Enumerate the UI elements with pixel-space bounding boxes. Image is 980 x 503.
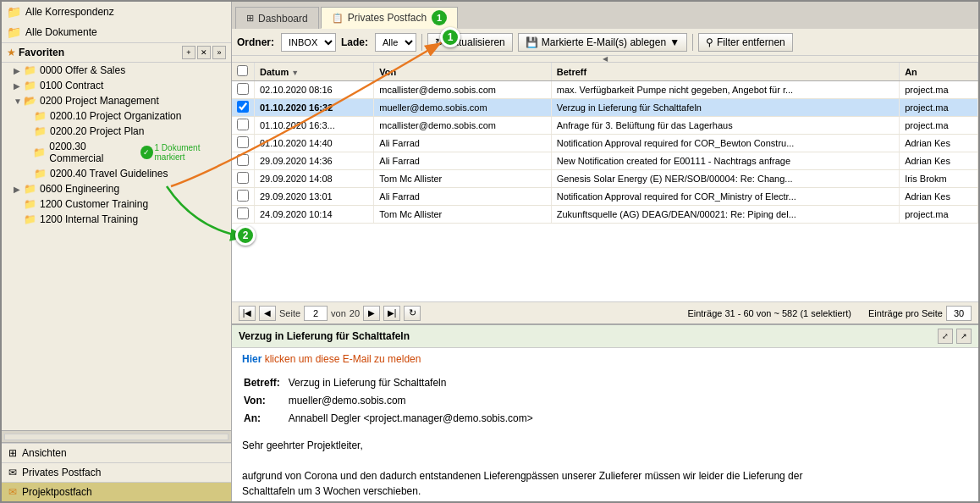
next-page-button[interactable]: ▶ (363, 306, 380, 321)
ordner-label: Ordner: (237, 36, 274, 48)
row-checkbox[interactable] (237, 172, 249, 184)
lade-select[interactable]: Alle (375, 33, 416, 52)
sidebar-item-0600[interactable]: ▶ 📁 0600 Engineering (2, 181, 231, 196)
sidebar-item-label: 0200.10 Project Organization (50, 110, 181, 122)
reload-page-button[interactable]: ↻ (404, 306, 421, 321)
main-content: ⊞ Dashboard 📋 Privates Postfach 1 Ordner… (232, 2, 978, 501)
grid-icon: ⊞ (8, 447, 17, 459)
row-checkbox-cell[interactable] (232, 206, 255, 224)
betreff-value: Verzug in Lieferung für Schalttafeln (289, 375, 533, 391)
collapse-bar[interactable]: ◀ (232, 56, 978, 63)
select-all-checkbox[interactable] (237, 65, 248, 76)
sidebar-item-0200-10[interactable]: ▶ 📁 0200.10 Project Organization (2, 108, 231, 124)
envelope-icon: ✉ (8, 486, 17, 498)
row-checkbox[interactable] (237, 136, 249, 148)
sidebar-item-alle-korrespondenz[interactable]: 📁 Alle Korrespondenz (2, 2, 231, 22)
sidebar-item-privates-postfach[interactable]: ✉ Privates Postfach (2, 462, 231, 482)
sidebar-item-label: 0100 Contract (40, 80, 103, 91)
row-betreff: Notification Approval required for COR_M… (551, 188, 899, 206)
prev-page-button[interactable]: ◀ (259, 306, 276, 321)
favorites-remove-button[interactable]: ✕ (197, 46, 211, 59)
col-header-datum[interactable]: Datum ▼ (255, 63, 374, 81)
row-checkbox-cell[interactable] (232, 152, 255, 170)
sidebar-item-0200-40[interactable]: ▶ 📁 0200.40 Travel Guidelines (2, 166, 231, 181)
table-row[interactable]: 29.09.2020 14:36 Ali Farrad New Notifica… (232, 152, 978, 170)
table-row[interactable]: 29.09.2020 13:01 Ali Farrad Notification… (232, 188, 978, 206)
row-betreff: New Notification created for E00111 - Na… (551, 152, 899, 170)
table-row[interactable]: 29.09.2020 14:08 Tom Mc Allister Genesis… (232, 170, 978, 188)
row-checkbox-cell[interactable] (232, 170, 255, 188)
sidebar-item-0200[interactable]: ▼ 📂 0200 Project Management (2, 93, 231, 108)
tab-badge: 1 (432, 10, 447, 25)
sidebar-item-ansichten[interactable]: ⊞ Ansichten (2, 443, 231, 462)
row-checkbox-cell[interactable] (232, 117, 255, 135)
row-datum: 29.09.2020 13:01 (255, 188, 374, 206)
body-line-4: Schalttafeln um 3 Wochen verschieben. (242, 484, 968, 499)
sidebar-item-0200-30[interactable]: ▶ 📁 0200.30 Commercial ✓ 1 Dokument mark… (2, 139, 231, 166)
bottom-nav-label: Ansichten (22, 447, 67, 459)
row-checkbox-cell[interactable] (232, 99, 255, 117)
folder-closed-icon: 📁 (24, 198, 36, 210)
first-page-button[interactable]: |◀ (239, 306, 256, 321)
email-preview-panel: Verzug in Lieferung für Schalttafeln ⤢ ↗… (232, 323, 978, 501)
col-header-betreff[interactable]: Betreff (551, 63, 899, 81)
email-table-wrapper: Datum ▼ Von Betreff An 02.10.2020 08:16 … (232, 63, 978, 301)
row-von: mcallister@demo.sobis.com (374, 117, 551, 135)
row-checkbox-cell[interactable] (232, 135, 255, 152)
tab-dashboard[interactable]: ⊞ Dashboard (235, 7, 319, 29)
page-number-input[interactable] (304, 306, 328, 321)
button-label: Markierte E-Mail(s) ablegen (542, 36, 666, 48)
alert-link-hier[interactable]: Hier (242, 353, 262, 365)
row-checkbox-cell[interactable] (232, 81, 255, 99)
sidebar-item-0000[interactable]: ▶ 📁 0000 Offer & Sales (2, 63, 231, 78)
table-row[interactable]: 02.10.2020 08:16 mcallister@demo.sobis.c… (232, 81, 978, 99)
row-checkbox[interactable] (237, 190, 249, 202)
folder-icon: 📁 (7, 25, 21, 39)
row-datum: 24.09.2020 10:14 (255, 206, 374, 224)
sidebar-item-0100[interactable]: ▶ 📁 0100 Contract (2, 78, 231, 93)
col-header-an[interactable]: An (900, 63, 978, 81)
row-checkbox[interactable] (237, 154, 249, 166)
folder-closed-icon: 📁 (34, 125, 47, 137)
row-checkbox[interactable] (237, 83, 249, 95)
folder-closed-icon: 📁 (33, 146, 46, 158)
ordner-select[interactable]: INBOX (281, 33, 336, 52)
table-row[interactable]: 24.09.2020 10:14 Tom Mc Allister Zukunft… (232, 206, 978, 224)
sidebar-item-0200-20[interactable]: ▶ 📁 0200.20 Project Plan (2, 124, 231, 139)
row-checkbox[interactable] (237, 101, 249, 113)
tab-privates-postfach[interactable]: 📋 Privates Postfach 1 (321, 7, 458, 29)
folder-closed-icon: 📁 (24, 183, 36, 195)
sidebar-item-1200-customer[interactable]: ▶ 📁 1200 Customer Training (2, 196, 231, 212)
entries-per-page-input[interactable] (946, 306, 972, 321)
sidebar-item-label: Alle Korrespondenz (25, 6, 114, 18)
last-page-button[interactable]: ▶| (383, 306, 400, 321)
aktualisieren-button[interactable]: ↻ Aktualisieren (427, 33, 513, 52)
row-betreff: Anfrage für 3. Belüftung für das Lagerha… (551, 117, 899, 135)
row-datum: 02.10.2020 08:16 (255, 81, 374, 99)
table-row[interactable]: 01.10.2020 16:3... mcallister@demo.sobis… (232, 117, 978, 135)
col-header-von[interactable]: Von (374, 63, 551, 81)
preview-body: Sehr geehrter Projektleiter, aufgrund vo… (232, 433, 978, 501)
filter-entfernen-button[interactable]: ⚲ Filter entfernen (698, 33, 793, 52)
preview-title: Verzug in Lieferung für Schalttafeln (239, 330, 410, 342)
sidebar-scrollbar[interactable] (2, 430, 231, 442)
row-checkbox-cell[interactable] (232, 188, 255, 206)
table-row[interactable]: 01.10.2020 14:40 Ali Farrad Notification… (232, 135, 978, 152)
markierte-ablegen-button[interactable]: 💾 Markierte E-Mail(s) ablegen ▼ (518, 33, 687, 52)
chevron-down-icon: ▼ (14, 97, 22, 106)
folder-open-icon: 📂 (24, 95, 36, 107)
row-checkbox[interactable] (237, 207, 249, 219)
preview-alert[interactable]: Hier klicken um diese E-Mail zu melden (232, 348, 978, 370)
sidebar-item-projektpostfach[interactable]: ✉ Projektpostfach (2, 482, 231, 501)
preview-expand-button[interactable]: ⤢ (938, 329, 953, 344)
row-checkbox[interactable] (237, 119, 249, 130)
row-an: project.ma (900, 117, 978, 135)
body-line-1: Sehr geehrter Projektleiter, (242, 438, 968, 453)
sidebar-item-alle-dokumente[interactable]: 📁 Alle Dokumente (2, 22, 231, 42)
notification-badge: ✓ 1 Dokument markiert (140, 143, 228, 162)
favorites-add-button[interactable]: + (182, 46, 195, 59)
sidebar-item-1200-internal[interactable]: ▶ 📁 1200 Internal Training (2, 212, 231, 227)
preview-external-button[interactable]: ↗ (956, 329, 972, 344)
table-row[interactable]: 01.10.2020 16:32 mueller@demo.sobis.com … (232, 99, 978, 117)
favorites-expand-button[interactable]: » (212, 46, 226, 59)
